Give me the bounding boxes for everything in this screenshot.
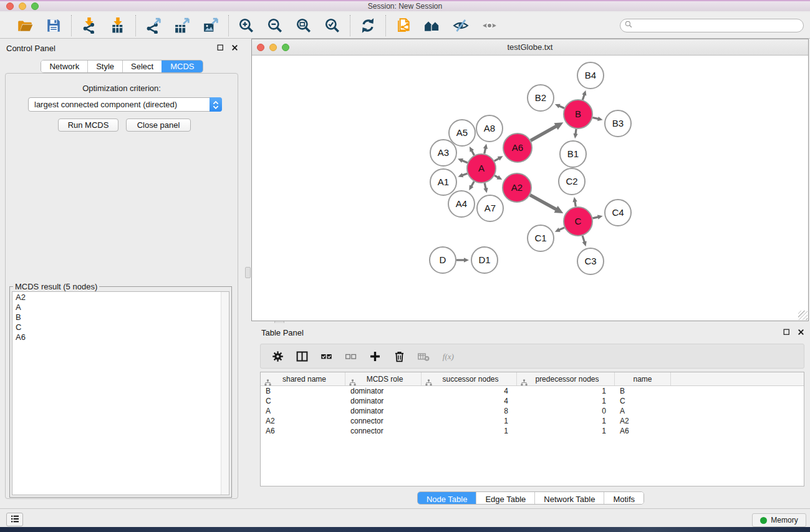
graph-node-D1[interactable]: D1: [471, 247, 498, 273]
zoom-in-icon[interactable]: [238, 17, 255, 34]
graph-node-C3[interactable]: C3: [577, 248, 604, 274]
graph-node-A[interactable]: A: [467, 154, 496, 183]
panel-divider-grip[interactable]: [245, 267, 251, 278]
graph-node-A2[interactable]: A2: [503, 173, 531, 202]
edge-arrowhead: [464, 258, 469, 262]
float-panel-icon[interactable]: [783, 328, 791, 336]
select-all-icon[interactable]: [319, 349, 333, 363]
tab-network[interactable]: Network: [41, 60, 87, 72]
zoom-out-icon[interactable]: [266, 17, 284, 34]
table-row[interactable]: Bdominator41B: [261, 386, 804, 396]
graph-node-C4[interactable]: C4: [605, 200, 631, 226]
column-header-name[interactable]: name: [615, 372, 671, 385]
optimization-dropdown[interactable]: largest connected component (directed): [28, 97, 222, 112]
table-row[interactable]: A6connector11A6: [261, 426, 804, 436]
graph-node-B4[interactable]: B4: [577, 62, 604, 89]
hide-selected-icon[interactable]: [452, 17, 470, 34]
mcds-result-list[interactable]: A2ABCA6: [12, 291, 229, 495]
first-neighbors-icon[interactable]: [423, 17, 441, 34]
network-canvas[interactable]: B4B2BB3A5A8A6A3B1AC2A1A2A4A7C4CC1C3DD1: [252, 56, 808, 321]
graph-edge[interactable]: [531, 126, 557, 141]
control-panel-tabs: NetworkStyleSelectMCDS: [41, 60, 203, 73]
graph-node-A6[interactable]: A6: [503, 133, 532, 162]
function-builder-icon: f(x): [441, 349, 455, 363]
cell-MCDS-role: dominator: [345, 386, 422, 396]
window-resize-grip[interactable]: [798, 311, 808, 320]
table-tab-edge-table[interactable]: Edge Table: [476, 492, 534, 505]
export-image-icon[interactable]: [202, 17, 219, 34]
column-label: shared name: [282, 375, 326, 384]
table-settings-icon[interactable]: [271, 349, 284, 363]
deselect-all-icon[interactable]: [344, 349, 357, 363]
save-session-icon[interactable]: [45, 17, 62, 34]
export-network-icon[interactable]: [145, 17, 162, 34]
delete-column-icon[interactable]: [392, 349, 406, 363]
task-history-button[interactable]: [6, 513, 23, 526]
zoom-fit-icon[interactable]: [295, 17, 312, 34]
export-table-icon[interactable]: [173, 17, 191, 34]
graph-node-B[interactable]: B: [564, 100, 592, 128]
network-title: testGlobe.txt: [252, 42, 808, 52]
graph-edge[interactable]: [530, 195, 557, 210]
graph-node-B2[interactable]: B2: [528, 85, 554, 111]
column-header-successor-nodes[interactable]: successor nodes: [422, 372, 517, 385]
open-session-icon[interactable]: [16, 17, 34, 34]
graph-node-D[interactable]: D: [430, 247, 456, 273]
memory-button[interactable]: Memory: [752, 513, 806, 527]
graph-node-A4[interactable]: A4: [448, 191, 475, 217]
cell-successor-nodes: 8: [422, 406, 517, 416]
table-tab-node-table[interactable]: Node Table: [418, 492, 476, 505]
result-list-item[interactable]: C: [12, 322, 221, 332]
search-box[interactable]: [620, 19, 804, 32]
node-label: D: [440, 254, 446, 265]
new-column-icon[interactable]: [368, 349, 382, 363]
table-tab-network-table[interactable]: Network Table: [534, 492, 604, 505]
graph-node-A1[interactable]: A1: [430, 169, 456, 195]
split-view-icon[interactable]: [295, 349, 309, 363]
close-panel-icon[interactable]: [797, 328, 805, 336]
graph-node-A8[interactable]: A8: [476, 115, 503, 142]
network-window-titlebar[interactable]: testGlobe.txt: [252, 39, 808, 56]
refresh-view-icon[interactable]: [359, 17, 377, 34]
graph-node-C2[interactable]: C2: [559, 168, 585, 195]
float-panel-icon[interactable]: [216, 44, 224, 52]
column-header-MCDS-role[interactable]: MCDS role: [345, 372, 422, 385]
result-list-item[interactable]: B: [12, 312, 221, 322]
import-table-icon[interactable]: [109, 17, 127, 34]
search-icon: [625, 21, 633, 31]
result-list-item[interactable]: A2: [12, 293, 221, 302]
node-label: B2: [535, 92, 546, 103]
graph-node-A5[interactable]: A5: [449, 120, 475, 146]
edge-arrowhead: [458, 173, 464, 177]
column-header-shared-name[interactable]: shared name: [261, 372, 345, 385]
table-row[interactable]: Adominator80A: [261, 406, 804, 416]
graph-node-A7[interactable]: A7: [477, 195, 503, 221]
tab-style[interactable]: Style: [87, 60, 122, 72]
column-header-predecessor-nodes[interactable]: predecessor nodes: [517, 372, 615, 385]
zoom-selected-icon[interactable]: [324, 17, 341, 34]
network-from-selection-icon[interactable]: [395, 17, 412, 34]
graph-node-C[interactable]: C: [564, 207, 592, 236]
search-input[interactable]: [635, 20, 803, 31]
table-row[interactable]: Cdominator41C: [261, 396, 804, 406]
tab-mcds[interactable]: MCDS: [162, 60, 202, 72]
close-panel-icon[interactable]: [231, 44, 239, 52]
result-list-scrollbar[interactable]: [221, 292, 229, 495]
graph-node-A3[interactable]: A3: [430, 140, 456, 166]
graph-node-B1[interactable]: B1: [560, 141, 586, 167]
result-list-item[interactable]: A: [12, 302, 221, 312]
table-row[interactable]: A2connector11A2: [261, 416, 804, 426]
graph-node-B3[interactable]: B3: [605, 110, 631, 137]
cell-MCDS-role: dominator: [345, 396, 422, 406]
show-all-icon[interactable]: [481, 17, 498, 34]
close-panel-button[interactable]: Close panel: [126, 118, 191, 132]
cell-MCDS-role: connector: [345, 416, 422, 426]
cell-shared-name: A: [261, 406, 345, 416]
result-list-item[interactable]: A6: [12, 332, 221, 342]
graph-node-C1[interactable]: C1: [528, 225, 554, 251]
cell-successor-nodes: 4: [422, 386, 517, 396]
table-tab-motifs[interactable]: Motifs: [604, 492, 644, 505]
run-mcds-button[interactable]: Run MCDS: [58, 118, 118, 132]
tab-select[interactable]: Select: [122, 60, 162, 72]
import-network-icon[interactable]: [80, 17, 98, 34]
